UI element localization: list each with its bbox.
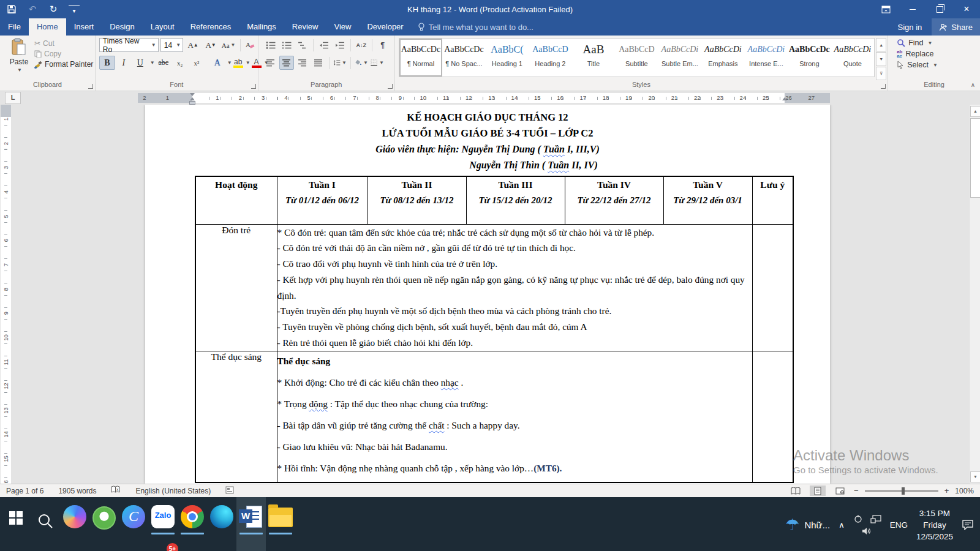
save-icon[interactable] xyxy=(6,4,17,15)
share-button[interactable]: Share xyxy=(932,18,980,36)
taskbar-file-explorer[interactable] xyxy=(266,497,295,551)
zoom-in-button[interactable]: + xyxy=(944,486,949,495)
tab-references[interactable]: References xyxy=(183,18,239,36)
taskbar-word[interactable]: W xyxy=(236,497,266,551)
action-center-icon[interactable] xyxy=(962,519,974,530)
format-painter-button[interactable]: Format Painter xyxy=(34,60,93,69)
volume-icon[interactable] xyxy=(862,527,873,535)
increase-indent-button[interactable] xyxy=(333,38,347,52)
numbered-list-button[interactable] xyxy=(279,38,294,52)
style-item-title[interactable]: AaBTitle xyxy=(572,39,616,77)
taskbar-search[interactable] xyxy=(31,497,60,551)
show-formatting-marks-button[interactable]: ¶ xyxy=(375,38,390,52)
style-item-intense-e-[interactable]: AaBbCcDiIntense E... xyxy=(745,39,788,77)
minimize-button[interactable] xyxy=(899,0,926,18)
hanging-indent-marker[interactable] xyxy=(190,97,195,100)
align-center-button[interactable] xyxy=(279,56,294,70)
paragraph-dialog-launcher[interactable] xyxy=(388,84,393,89)
language-indicator[interactable]: English (United States) xyxy=(135,487,211,495)
scroll-down-icon[interactable]: ▼ xyxy=(970,471,980,482)
sort-button[interactable]: A↓Z xyxy=(354,38,369,52)
tab-review[interactable]: Review xyxy=(284,18,326,36)
scroll-up-icon[interactable]: ▲ xyxy=(970,106,980,117)
customize-qat-icon[interactable]: ▾ xyxy=(69,5,80,17)
tab-mailings[interactable]: Mailings xyxy=(239,18,284,36)
web-layout-icon[interactable] xyxy=(832,485,848,496)
style-item-strong[interactable]: AaBbCcDcStrong xyxy=(788,39,831,77)
font-name-combo[interactable]: Times New Ro▼ xyxy=(99,38,159,52)
clock[interactable]: 3:15 PM Friday 12/5/2025 xyxy=(916,508,953,542)
sign-in-link[interactable]: Sign in xyxy=(888,23,932,32)
text-effects-button[interactable]: A xyxy=(209,56,225,70)
zoom-slider-thumb[interactable] xyxy=(902,487,905,495)
shading-button[interactable]: ▼ xyxy=(354,56,369,70)
text-highlight-button[interactable]: ab xyxy=(233,58,244,69)
clipboard-dialog-launcher[interactable] xyxy=(88,84,93,89)
redo-icon[interactable]: ↻ xyxy=(48,4,59,15)
ribbon-display-options-icon[interactable] xyxy=(872,0,899,18)
tab-layout[interactable]: Layout xyxy=(143,18,183,36)
taskbar-edge[interactable] xyxy=(207,497,236,551)
taskbar-chrome[interactable] xyxy=(178,497,207,551)
tab-developer[interactable]: Developer xyxy=(359,18,411,36)
copy-button[interactable]: Copy xyxy=(34,50,93,58)
select-button[interactable]: Select▼ xyxy=(897,61,980,69)
styles-scroll-down-icon[interactable]: ▼ xyxy=(876,52,886,66)
close-button[interactable]: × xyxy=(953,0,980,18)
bullet-list-button[interactable] xyxy=(263,38,278,52)
multilevel-list-button[interactable] xyxy=(295,38,310,52)
zoom-slider[interactable] xyxy=(865,490,938,492)
paste-dropdown-icon[interactable]: ▼ xyxy=(17,67,22,73)
tab-design[interactable]: Design xyxy=(102,18,142,36)
align-left-button[interactable] xyxy=(263,56,278,70)
tab-selector[interactable]: L xyxy=(5,92,21,104)
word-count[interactable]: 1905 words xyxy=(58,487,96,495)
tab-insert[interactable]: Insert xyxy=(66,18,102,36)
style-item-heading-1[interactable]: AaBbC(Heading 1 xyxy=(486,39,529,77)
taskbar-coccoc[interactable] xyxy=(89,497,119,551)
weather-widget[interactable]: ☂ Nhữ... xyxy=(785,515,830,534)
font-size-combo[interactable]: 14▼ xyxy=(160,38,183,52)
italic-button[interactable]: I xyxy=(116,56,132,70)
justify-button[interactable] xyxy=(311,56,326,70)
underline-button[interactable]: U xyxy=(132,56,148,70)
find-button[interactable]: Find▼ xyxy=(897,39,980,47)
change-case-button[interactable]: Aa▼ xyxy=(221,38,236,52)
read-mode-icon[interactable] xyxy=(788,485,804,496)
paste-button[interactable]: Paste ▼ xyxy=(4,38,34,80)
style-item-heading-2[interactable]: AaBbCcDHeading 2 xyxy=(529,39,572,77)
superscript-button[interactable]: x² xyxy=(189,56,205,70)
zoom-level[interactable]: 100% xyxy=(955,487,974,495)
underline-dropdown-icon[interactable]: ▼ xyxy=(150,60,155,66)
document-page[interactable]: KẾ HOẠCH GIÁO DỤC THÁNG 12 LỨA TUỔI MẪU … xyxy=(145,105,830,484)
styles-more-icon[interactable]: ⊽ xyxy=(876,67,886,80)
taskbar-zalo[interactable]: Zalo5+ xyxy=(148,497,178,551)
right-indent-marker[interactable] xyxy=(782,97,787,100)
grow-font-button[interactable]: A▲ xyxy=(185,38,201,52)
print-layout-icon[interactable] xyxy=(810,485,826,496)
subscript-button[interactable]: x₂ xyxy=(172,56,188,70)
first-line-indent-marker[interactable] xyxy=(190,93,195,96)
borders-button[interactable]: ▼ xyxy=(370,56,385,70)
tab-file[interactable]: File xyxy=(0,18,29,36)
network-icon[interactable] xyxy=(870,515,881,523)
style-item-quote[interactable]: AaBbCcDiQuote xyxy=(831,39,875,77)
styles-dialog-launcher[interactable] xyxy=(881,84,886,89)
taskbar-copilot[interactable] xyxy=(60,497,89,551)
macro-record-icon[interactable] xyxy=(225,486,234,496)
zoom-out-button[interactable]: − xyxy=(854,486,859,495)
proofing-status-icon[interactable]: x xyxy=(111,485,121,496)
style-item-subtle-em-[interactable]: AaBbCcDiSubtle Em... xyxy=(658,39,702,77)
line-spacing-button[interactable]: ▼ xyxy=(333,56,347,70)
style-item-emphasis[interactable]: AaBbCcDiEmphasis xyxy=(701,39,745,77)
style-item-subtitle[interactable]: AaBbCcDSubtitle xyxy=(615,39,658,77)
scroll-thumb[interactable] xyxy=(970,118,980,198)
styles-scroll-up-icon[interactable]: ▲ xyxy=(876,38,886,51)
page-indicator[interactable]: Page 1 of 6 xyxy=(6,487,43,495)
tell-me-box[interactable]: Tell me what you want to do... xyxy=(418,18,533,36)
tray-overflow-chevron[interactable]: ∧ xyxy=(839,520,845,530)
tab-view[interactable]: View xyxy=(326,18,359,36)
collapse-ribbon-icon[interactable]: ∧ xyxy=(971,81,975,88)
input-language-indicator[interactable]: ENG xyxy=(890,520,908,530)
undo-icon[interactable]: ↶ xyxy=(27,4,38,15)
